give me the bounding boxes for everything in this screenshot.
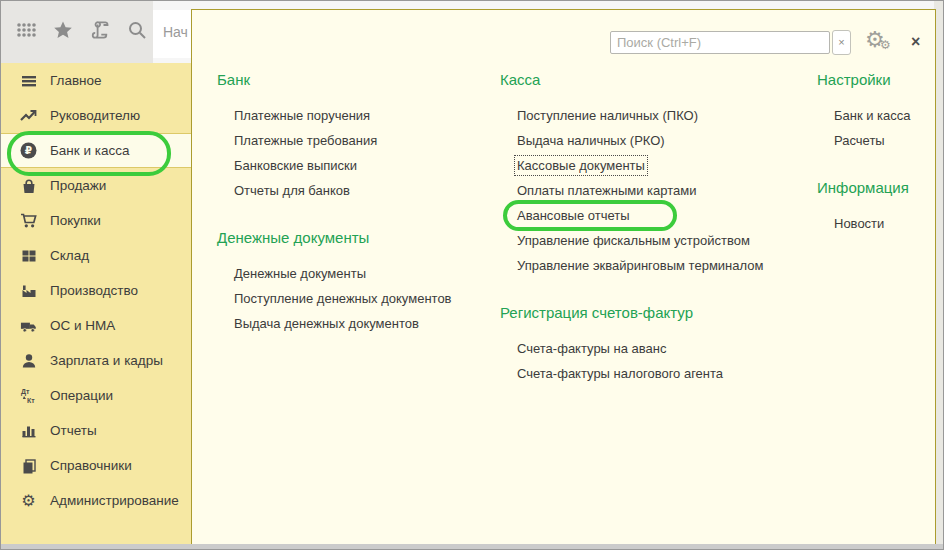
menu-item-monetary-documents[interactable]: Денежные документы — [234, 261, 500, 286]
section-title: Регистрация счетов-фактур — [500, 303, 817, 323]
menu-item-payment-orders[interactable]: Платежные поручения — [234, 103, 500, 128]
menu-item-news[interactable]: Новости — [834, 211, 925, 236]
sidebar-item-label: ОС и НМА — [50, 318, 115, 333]
warehouse-boxes-icon — [20, 247, 37, 264]
truck-icon — [20, 317, 37, 334]
menu-item-advance-reports[interactable]: Авансовые отчеты — [517, 203, 817, 228]
svg-text:₽: ₽ — [25, 144, 32, 156]
tab-home-label: Нач — [163, 24, 188, 40]
menu-item-cash-documents[interactable]: Кассовые документы — [517, 153, 817, 178]
sidebar-item-warehouse[interactable]: Склад — [1, 238, 191, 273]
column-cash: Касса Поступление наличных (ПКО) Выдача … — [500, 70, 817, 386]
shopping-bag-icon — [20, 177, 37, 194]
factory-icon — [20, 282, 37, 299]
window-bottom-edge — [1, 544, 943, 549]
person-icon — [20, 352, 37, 369]
main-menu-lines-icon — [20, 72, 37, 89]
history-scroll-icon[interactable] — [89, 19, 111, 41]
svg-text:Дт: Дт — [21, 388, 30, 396]
menu-item-cash-receipt-pko[interactable]: Поступление наличных (ПКО) — [517, 103, 817, 128]
menu-item-card-payments[interactable]: Оплаты платежными картами — [517, 178, 817, 203]
menu-item-issue-monetary-documents[interactable]: Выдача денежных документов — [234, 311, 500, 336]
sidebar-item-bank-and-cash[interactable]: ₽ Банк и касса — [1, 133, 191, 168]
section-title: Настройки — [817, 70, 925, 90]
sidebar-item-label: Зарплата и кадры — [50, 353, 163, 368]
menu-item-advance-invoices[interactable]: Счета-фактуры на аванс — [517, 336, 817, 361]
section-monetary-documents: Денежные документы Денежные документы По… — [217, 228, 500, 336]
settings-gear-icon[interactable]: ⚙⚙ — [865, 29, 893, 55]
section-invoice-registration: Регистрация счетов-фактур Счета-фактуры … — [500, 303, 817, 386]
sidebar: Главное Руководителю ₽ Банк и касса Прод… — [1, 63, 191, 544]
sidebar-item-label: Справочники — [50, 458, 132, 473]
section-settings: Настройки Банк и касса Расчеты — [817, 70, 925, 153]
section-information: Информация Новости — [817, 178, 925, 236]
menu-item-receipt-monetary-documents[interactable]: Поступление денежных документов — [234, 286, 500, 311]
menu-item-tax-agent-invoices[interactable]: Счета-фактуры налогового агента — [517, 361, 817, 386]
menu-columns: Банк Платежные поручения Платежные требо… — [217, 70, 923, 386]
sidebar-item-main[interactable]: Главное — [1, 63, 191, 98]
top-toolbar — [1, 1, 153, 63]
ruble-circle-icon: ₽ — [20, 142, 37, 159]
menu-item-fiscal-device-management[interactable]: Управление фискальным устройством — [517, 228, 817, 253]
sidebar-item-sales[interactable]: Продажи — [1, 168, 191, 203]
sidebar-item-fixed-assets[interactable]: ОС и НМА — [1, 308, 191, 343]
sidebar-item-references[interactable]: Справочники — [1, 448, 191, 483]
sidebar-item-label: Производство — [50, 283, 138, 298]
debit-credit-icon: Дт Кт — [20, 387, 37, 404]
section-bank: Банк Платежные поручения Платежные требо… — [217, 70, 500, 203]
shopping-cart-icon — [20, 212, 37, 229]
menu-item-reports-for-banks[interactable]: Отчеты для банков — [234, 178, 500, 203]
sidebar-item-label: Банк и касса — [50, 143, 130, 158]
sidebar-item-reports[interactable]: Отчеты — [1, 413, 191, 448]
bar-chart-icon — [20, 422, 37, 439]
sidebar-item-label: Склад — [50, 248, 89, 263]
sidebar-item-production[interactable]: Производство — [1, 273, 191, 308]
menu-item-calculations-settings[interactable]: Расчеты — [834, 128, 925, 153]
section-title: Банк — [217, 70, 500, 90]
sidebar-item-label: Руководителю — [50, 108, 140, 123]
sidebar-item-label: Продажи — [50, 178, 106, 193]
svg-text:Кт: Кт — [27, 397, 35, 404]
sidebar-item-label: Операции — [50, 388, 113, 403]
sidebar-item-manager[interactable]: Руководителю — [1, 98, 191, 133]
sidebar-item-administration[interactable]: ⚙ Администрирование — [1, 483, 191, 518]
menu-item-acquiring-terminal-management[interactable]: Управление эквайринговым терминалом — [517, 253, 817, 278]
menu-item-bank-statements[interactable]: Банковские выписки — [234, 153, 500, 178]
favorites-star-icon[interactable] — [52, 19, 74, 41]
menu-item-bank-and-cash-settings[interactable]: Банк и касса — [834, 103, 925, 128]
section-title: Информация — [817, 178, 925, 198]
bank-and-cash-menu-panel: × ⚙⚙ × Банк Платежные поручения Платежны… — [191, 9, 936, 546]
gear-icon: ⚙ — [20, 492, 37, 509]
menu-item-payment-requests[interactable]: Платежные требования — [234, 128, 500, 153]
column-bank: Банк Платежные поручения Платежные требо… — [217, 70, 500, 386]
sidebar-item-label: Главное — [50, 73, 102, 88]
sidebar-item-purchases[interactable]: Покупки — [1, 203, 191, 238]
menu-item-cash-issue-rko[interactable]: Выдача наличных (РКО) — [517, 128, 817, 153]
app-window: Нач Главное Руководителю ₽ Банк и ка — [0, 0, 944, 550]
search-clear-button[interactable]: × — [832, 30, 851, 55]
sidebar-item-label: Отчеты — [50, 423, 97, 438]
section-title: Касса — [500, 70, 817, 90]
section-cash: Касса Поступление наличных (ПКО) Выдача … — [500, 70, 817, 278]
sidebar-item-label: Покупки — [50, 213, 101, 228]
books-icon — [20, 457, 37, 474]
search-icon[interactable] — [126, 19, 148, 41]
column-settings: Настройки Банк и касса Расчеты Информаци… — [817, 70, 925, 386]
sidebar-item-payroll-hr[interactable]: Зарплата и кадры — [1, 343, 191, 378]
trend-chart-icon — [20, 107, 37, 124]
sidebar-item-label: Администрирование — [50, 493, 179, 508]
search-input[interactable] — [610, 31, 830, 54]
sidebar-item-operations[interactable]: Дт Кт Операции — [1, 378, 191, 413]
menu-grid-icon[interactable] — [15, 19, 37, 41]
close-icon[interactable]: × — [911, 34, 920, 50]
section-title: Денежные документы — [217, 228, 500, 248]
